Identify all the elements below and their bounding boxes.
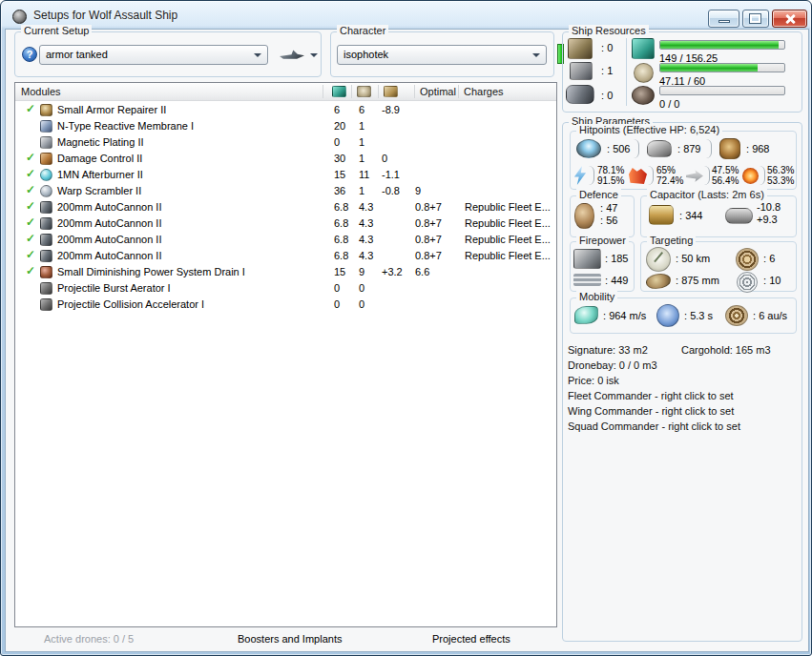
module-charge: Republic Fleet E... [465, 201, 551, 213]
armor-hp-value: 879 [677, 143, 700, 154]
turret-slots-value: 0 [601, 42, 613, 53]
capacitor-peak-recharge: +9.3 [757, 214, 778, 225]
capacitor-delta-icon [725, 208, 753, 224]
hitpoints-group: Hitpoints (Effective HP: 6,524) 506 879 … [570, 131, 797, 190]
dronebay-text: Dronebay: 0 / 0 m3 [568, 359, 657, 371]
firepower-label: Firepower [576, 235, 629, 246]
ship-parameters-group: Ship Parameters Hitpoints (Effective HP:… [562, 122, 802, 642]
modules-list: Modules Optimal Charges ✓ Small Armor Re… [14, 82, 557, 627]
signature-text: Signature: 33 m2 [568, 344, 648, 356]
eft-window: Setups for Wolf Assault Ship Current Set… [0, 0, 812, 656]
character-label: Character [337, 25, 388, 36]
volley-value: 185 [605, 253, 628, 264]
module-row[interactable]: ✓ 200mm AutoCannon II 6.8 4.3 0.8+7 Repu… [15, 248, 556, 264]
explosive-resist-icon [742, 168, 759, 184]
drone-sig-icon [646, 274, 671, 289]
module-row[interactable]: ✓ 200mm AutoCannon II 6.8 4.3 0.8+7 Repu… [15, 199, 556, 215]
module-row[interactable]: Projectile Collision Accelerator I 0 0 [15, 297, 556, 313]
module-powergrid: 4.3 [359, 217, 373, 229]
module-row[interactable]: ✓ Small Diminishing Power System Drain I… [15, 264, 556, 280]
sensor-strength: 10 [763, 275, 781, 286]
current-setup-label: Current Setup [21, 25, 92, 36]
module-cpu: 20 [334, 120, 345, 132]
module-row[interactable]: ✓ Damage Control II 30 1 0 [15, 151, 556, 167]
titlebar[interactable]: Setups for Wolf Assault Ship [1, 1, 811, 29]
targeting-range: 50 km [676, 253, 710, 264]
structure-icon [719, 138, 740, 159]
explosive-resist-shield: 56.3% [767, 165, 794, 175]
module-powergrid: 0 [359, 298, 364, 310]
squad-commander-text[interactable]: Squad Commander - right click to set [568, 420, 740, 432]
module-powergrid: 9 [359, 266, 364, 277]
targeting-label: Targeting [647, 235, 696, 246]
module-charge: Republic Fleet E... [465, 217, 551, 229]
ship-resources-group: Ship Resources 0 1 0 149 / 156.25 47.11 … [562, 31, 802, 113]
scan-resolution: 875 mm [676, 275, 719, 286]
character-combobox[interactable]: isophotek [337, 45, 547, 65]
module-row[interactable]: Magnetic Plating II 0 1 [15, 134, 556, 151]
module-name: 1MN Afterburner II [57, 169, 143, 180]
window-title: Setups for Wolf Assault Ship [33, 9, 177, 22]
module-powergrid: 4.3 [359, 201, 373, 213]
modules-rows: ✓ Small Armor Repairer II 6 6 -8.9 N-Typ… [15, 102, 556, 313]
wing-commander-text[interactable]: Wing Commander - right click to set [568, 405, 734, 417]
module-cap: -1.1 [382, 169, 400, 180]
shield-hp-value: 506 [607, 143, 630, 154]
module-row[interactable]: Projectile Burst Aerator I 0 0 [15, 280, 556, 297]
chevron-down-icon [310, 53, 318, 57]
power-drain-icon [40, 266, 52, 278]
module-charge: Republic Fleet E... [465, 250, 551, 261]
setup-combobox[interactable]: armor tanked [39, 45, 268, 65]
module-cpu: 6 [334, 104, 340, 115]
module-optimal: 0.8+7 [415, 201, 442, 213]
structure-hp-value: 968 [746, 143, 769, 154]
kinetic-resist-shield: 47.5% [712, 165, 739, 175]
module-powergrid: 6 [359, 104, 364, 115]
fleet-commander-text[interactable]: Fleet Commander - right click to set [568, 390, 734, 401]
warp-speed: 6 au/s [753, 310, 787, 321]
maximize-button[interactable] [742, 10, 769, 28]
module-name: N-Type Reactive Membrane I [57, 120, 194, 132]
module-powergrid: 1 [359, 136, 364, 148]
damage-control-icon [40, 153, 52, 165]
ship-menu-button[interactable] [276, 46, 322, 64]
module-powergrid: 11 [359, 169, 369, 180]
module-name: Small Armor Repairer II [57, 104, 166, 115]
module-name: 200mm AutoCannon II [57, 201, 161, 213]
module-cpu: 15 [334, 169, 345, 180]
module-name: 200mm AutoCannon II [57, 250, 161, 261]
defence-group: Defence 47 56 [570, 195, 635, 237]
module-row[interactable]: ✓ 200mm AutoCannon II 6.8 4.3 0.8+7 Repu… [15, 232, 556, 248]
targeting-group: Targeting 50 km 6 875 mm 10 [640, 241, 797, 292]
module-powergrid: 4.3 [359, 234, 373, 245]
column-header-charges: Charges [464, 86, 504, 97]
boosters-implants-section[interactable]: Boosters and Implants [238, 633, 342, 645]
defence-value-1: 47 [600, 202, 617, 214]
close-button[interactable] [772, 10, 807, 28]
module-row[interactable]: ✓ Warp Scrambler II 36 1 -0.8 9 [15, 183, 556, 199]
max-speed: 964 m/s [603, 310, 646, 321]
modules-list-header: Modules Optimal Charges [15, 83, 556, 101]
module-name: Projectile Burst Aerator I [57, 282, 171, 294]
module-cap: -0.8 [382, 185, 400, 196]
module-powergrid: 1 [359, 185, 364, 196]
module-row[interactable]: ✓ 200mm AutoCannon II 6.8 4.3 0.8+7 Repu… [15, 215, 556, 232]
minimize-button[interactable] [708, 10, 739, 28]
radar-icon [646, 247, 671, 272]
dps-value: 449 [605, 275, 628, 286]
module-cpu: 6.8 [334, 234, 348, 245]
defence-icon [574, 203, 594, 229]
capacitor-column-icon [384, 86, 398, 97]
module-row[interactable]: N-Type Reactive Membrane I 20 1 [15, 118, 556, 134]
minimize-icon [718, 20, 730, 23]
chevron-down-icon [254, 53, 261, 57]
help-button[interactable]: ? [22, 47, 37, 62]
projected-effects-section[interactable]: Projected effects [432, 633, 510, 645]
module-row[interactable]: ✓ 1MN Afterburner II 15 11 -1.1 [15, 167, 556, 183]
launcher-hardpoint-icon [570, 62, 593, 80]
align-time: 5.3 s [684, 310, 713, 321]
module-cpu: 36 [334, 185, 345, 196]
module-row[interactable]: ✓ Small Armor Repairer II 6 6 -8.9 [15, 102, 556, 118]
defence-label: Defence [576, 189, 621, 200]
module-cpu: 0 [334, 282, 340, 294]
